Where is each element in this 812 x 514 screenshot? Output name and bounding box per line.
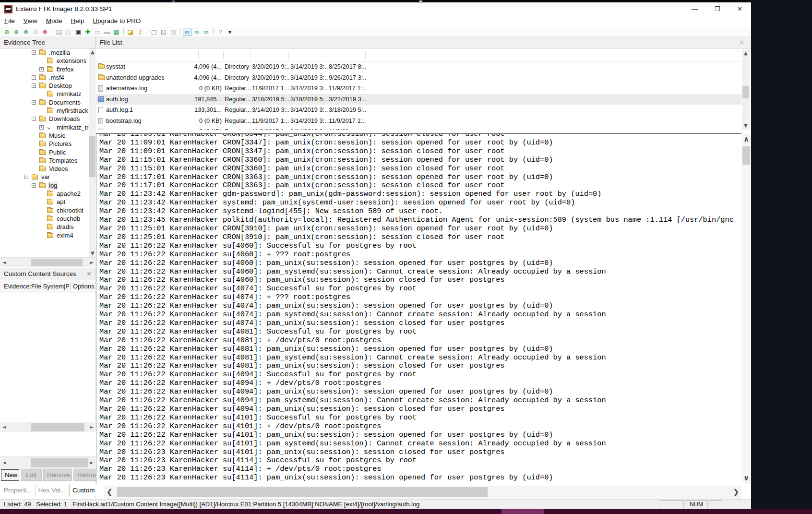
tree-item-desktop[interactable]: −Desktop (0, 82, 89, 90)
tree-item--mozilla[interactable]: −.mozilla (0, 48, 89, 57)
capture-memory-icon[interactable]: ▦ (112, 28, 121, 36)
scroll-right-icon[interactable]: ❯ (733, 489, 739, 496)
tree-item-documents[interactable]: −Documents (0, 98, 89, 107)
menu-item-help[interactable]: Help (67, 16, 89, 26)
tree-item-templates[interactable]: Templates (0, 156, 89, 165)
scroll-left-icon[interactable]: ◄ (2, 460, 6, 465)
scroll-up-icon[interactable]: ∧ (743, 136, 749, 143)
scroll-down-icon[interactable]: ▼ (91, 251, 95, 256)
tree-item-exim4[interactable]: exim4 (0, 231, 89, 239)
tree-item-var[interactable]: −var (0, 173, 89, 181)
collapse-icon[interactable]: − (32, 117, 36, 121)
new-button[interactable]: New (1, 469, 19, 481)
scroll-right-icon[interactable]: ► (90, 260, 94, 265)
toolbar-options-dropdown-icon[interactable]: ▾ (226, 28, 234, 36)
title-bar[interactable]: Exterro FTK Imager 8.2.0.33 SP1 — ❐ ✕ (0, 2, 751, 16)
help-icon[interactable]: ? (216, 28, 225, 36)
tree-item-pictures[interactable]: Pictures (0, 140, 89, 148)
ccs-pane-hscrollbar[interactable]: ◄ ► (0, 456, 96, 469)
column-separator[interactable] (365, 51, 366, 60)
scroll-right-icon[interactable]: ► (90, 425, 94, 430)
close-pane-icon[interactable]: ✕ (86, 268, 92, 280)
tree-item-apt[interactable]: apt (0, 198, 89, 206)
tree-item-apache2[interactable]: apache2 (0, 190, 89, 198)
scroll-thumb[interactable] (742, 146, 750, 165)
file-list-vscrollbar[interactable]: ▲ ▼ (742, 49, 750, 130)
tree-hscrollbar[interactable]: ◄ ► (0, 257, 96, 267)
file-row-auth.log.1[interactable]: auth.log.1133,301...Regular...3/14/2019 … (96, 105, 741, 116)
tree-item-dradis[interactable]: dradis (0, 223, 89, 231)
tree-item-myfirsthack[interactable]: myfirsthack (0, 107, 89, 115)
file-content-viewer[interactable]: Mar 20 11:05:01 KarenHacker CRON[3344]: … (96, 133, 741, 484)
tree-item--msf4[interactable]: +.msf4 (0, 73, 89, 82)
decrypt-ad1-image-icon[interactable]: ▬ (103, 28, 111, 36)
column-separator[interactable] (327, 51, 327, 60)
obtain-protected-files-icon[interactable]: ◪ (126, 28, 135, 36)
add-all-attached-devices-icon[interactable]: ⊛ (12, 28, 21, 36)
scroll-down-icon[interactable]: ∨ (743, 475, 749, 482)
tree-item-firefox[interactable]: +firefox (0, 65, 89, 73)
tree-item-videos[interactable]: Videos (0, 165, 89, 173)
image-mounting-icon[interactable]: ⊜ (22, 28, 30, 36)
tree-item-extensions[interactable]: extensions (0, 57, 89, 65)
scroll-up-icon[interactable]: ▲ (744, 51, 748, 56)
export-disk-image-icon[interactable]: ▤ (64, 28, 73, 36)
create-disk-image-icon[interactable]: ▤ (55, 28, 63, 36)
ccs-list-hscrollbar[interactable]: ◄ ► (0, 422, 96, 432)
tab-properti[interactable]: Properti... (1, 484, 36, 496)
create-custom-content-image-icon[interactable]: ▭ (93, 28, 102, 36)
tree-item-downloads[interactable]: −Downloads (0, 115, 89, 123)
scroll-thumb[interactable] (31, 423, 84, 431)
scroll-down-icon[interactable]: ▼ (744, 123, 748, 128)
custom-content-list[interactable] (0, 293, 96, 422)
tree-item-public[interactable]: Public (0, 148, 89, 156)
viewer-vscrollbar[interactable]: ∧ ∨ (742, 134, 751, 484)
export-logical-image-icon[interactable]: ▣ (74, 28, 83, 36)
tree-item-chkrootkit[interactable]: chkrootkit (0, 206, 89, 215)
column-separator[interactable] (250, 51, 251, 60)
collapse-icon[interactable]: − (32, 100, 36, 105)
file-row-auth.log[interactable]: auth.log191,845...Regular...3/18/2019 5:… (96, 94, 741, 105)
restore-button[interactable]: ❐ (706, 2, 728, 16)
tree-item-couchdb[interactable]: couchdb (0, 215, 89, 223)
expand-icon[interactable]: + (39, 125, 44, 130)
column-separator[interactable] (198, 51, 199, 60)
scroll-left-icon[interactable]: ◄ (2, 425, 6, 430)
expand-icon[interactable]: + (39, 67, 44, 72)
view-text-mode-icon[interactable]: ∞ (192, 28, 201, 36)
minimize-button[interactable]: — (683, 2, 706, 16)
menu-item-file[interactable]: File (0, 16, 19, 26)
add-to-custom-content-image-icon[interactable]: ✚ (84, 28, 92, 36)
export-file-hash-list-icon[interactable]: ▥ (169, 28, 178, 36)
tree-vscrollbar[interactable]: ▲ ▼ (89, 48, 96, 257)
tree-item-mimikatz[interactable]: mimikatz (0, 90, 89, 98)
column-separator[interactable] (223, 51, 224, 60)
collapse-icon[interactable]: − (32, 84, 36, 88)
detect-efs-encryption-icon[interactable]: ⚷ (136, 28, 144, 36)
scroll-thumb[interactable] (117, 487, 488, 497)
remove-all-evidence-items-icon[interactable]: ⊗ (41, 28, 49, 36)
view-automatic-mode-icon[interactable]: ∞ (183, 28, 191, 36)
scroll-up-icon[interactable]: ▲ (91, 50, 95, 55)
tree-item-log[interactable]: −log (0, 181, 89, 190)
expand-icon[interactable]: + (32, 75, 36, 80)
scroll-thumb[interactable] (89, 136, 96, 177)
scroll-thumb[interactable] (742, 86, 749, 98)
new-document-icon[interactable]: ▢ (150, 28, 158, 36)
menu-item-mode[interactable]: Mode (42, 16, 67, 26)
scroll-right-icon[interactable]: ► (90, 460, 94, 465)
column-separator[interactable] (288, 51, 289, 60)
scroll-left-icon[interactable]: ❮ (107, 489, 113, 496)
menu-item-upgrade[interactable]: Upgrade to PRO (88, 16, 145, 26)
close-button[interactable]: ✕ (728, 2, 751, 16)
tree-item-mimikatz-trunk[interactable]: +⤷mimikatz_trunk (0, 123, 89, 131)
scroll-thumb[interactable] (31, 458, 88, 467)
tree-item-music[interactable]: Music (0, 131, 89, 140)
viewer-hscrollbar[interactable]: ❮ ❯ (104, 486, 742, 499)
file-row-partial[interactable]: 0 (0 KB)Regular...11/9/2017 1:...3/14/20… (96, 126, 741, 130)
tab-hexval[interactable]: Hex Val... (36, 484, 70, 496)
add-evidence-item-icon[interactable]: ⊕ (2, 28, 11, 36)
file-row-sysstat[interactable]: sysstat4,096 (4...Directory3/20/2019 9:.… (96, 61, 741, 72)
column-header-options[interactable]: Options (73, 283, 95, 290)
collapse-icon[interactable]: − (32, 183, 36, 188)
